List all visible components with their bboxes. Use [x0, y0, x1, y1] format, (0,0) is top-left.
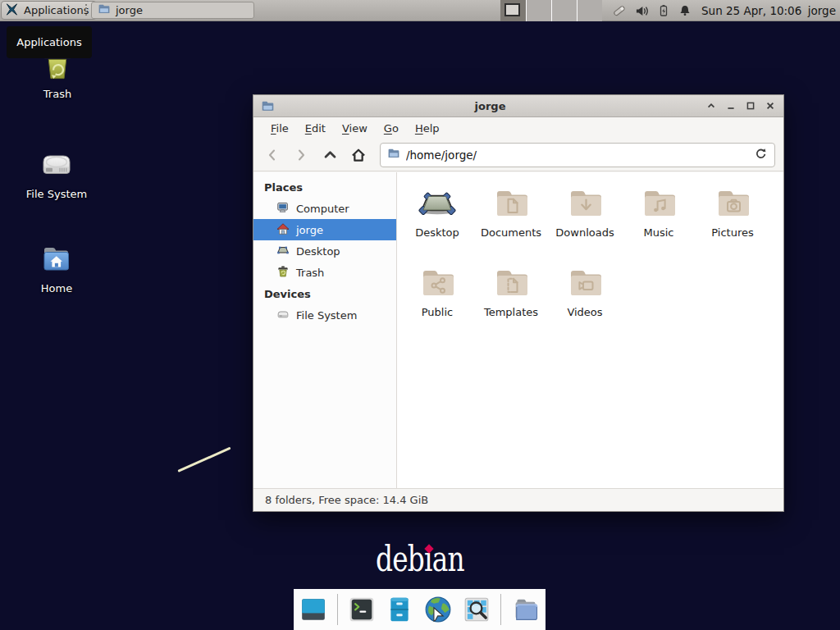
menu-file[interactable]: File	[262, 119, 297, 138]
workspace-4[interactable]	[577, 0, 602, 21]
file-label: Public	[400, 306, 474, 318]
notifications-bell-icon[interactable]	[678, 4, 692, 17]
minimize-icon[interactable]	[725, 100, 737, 112]
file-tile-desktop[interactable]: Desktop	[400, 180, 474, 259]
sidebar-header-devices: Devices	[253, 283, 396, 304]
folder-icon	[261, 99, 275, 113]
panel-separator-handle	[85, 4, 87, 17]
top-panel: Applications jorge Sun 25 Apr, 10:06 jor…	[0, 0, 840, 21]
desktop-icon-file-system[interactable]: File System	[17, 144, 96, 200]
reload-icon[interactable]	[754, 147, 768, 163]
desktop-icon-home[interactable]: Home	[17, 239, 96, 294]
sidebar-item-label: Desktop	[296, 245, 340, 258]
menu-edit[interactable]: Edit	[297, 119, 334, 138]
system-tray	[612, 0, 692, 21]
workspace-3[interactable]	[551, 0, 577, 21]
sidebar-item-trash[interactable]: Trash	[253, 262, 396, 283]
folder-icon[interactable]	[511, 595, 541, 624]
desktop-icon	[400, 183, 474, 222]
window-titlebar[interactable]: jorge	[253, 95, 783, 117]
toolbar	[253, 139, 783, 171]
user-home-icon	[276, 222, 290, 238]
menu-help[interactable]: Help	[407, 119, 448, 138]
application-finder-icon[interactable]	[463, 596, 491, 623]
up-icon[interactable]	[319, 144, 340, 166]
taskbar-window-button[interactable]: jorge	[91, 2, 254, 19]
folder-icon	[387, 147, 400, 162]
sidebar-item-label: jorge	[296, 224, 323, 236]
xfce-menu-icon	[6, 2, 20, 19]
workspace-window-preview	[504, 3, 520, 16]
desktop-icon-label: Trash	[18, 88, 97, 100]
file-tile-templates[interactable]: Templates	[474, 259, 548, 339]
path-input[interactable]	[406, 148, 748, 162]
menu-bar: File Edit View Go Help	[253, 117, 783, 139]
dock	[294, 589, 546, 630]
file-label: Downloads	[548, 226, 622, 239]
file-label: Music	[622, 226, 696, 239]
tooltip-text: Applications	[16, 36, 81, 48]
applications-tooltip: Applications	[7, 26, 92, 58]
hard-drive-icon	[276, 308, 290, 323]
show-desktop-icon[interactable]	[299, 596, 327, 623]
battery-charging-icon[interactable]	[657, 4, 670, 17]
desktop-icon-label: File System	[17, 188, 96, 200]
web-browser-icon[interactable]	[423, 595, 453, 624]
file-tile-music[interactable]: Music	[622, 180, 696, 259]
dock-separator	[337, 594, 338, 625]
dock-separator	[500, 594, 501, 625]
folder-icon	[98, 2, 111, 18]
file-label: Documents	[474, 226, 548, 239]
sidebar-item-label: Computer	[296, 203, 349, 215]
home-folder-icon	[17, 239, 96, 278]
debian-logo: debıan	[376, 542, 507, 582]
workspace-switcher	[500, 0, 602, 21]
folder-music-icon	[622, 183, 696, 222]
panel-user-label[interactable]: jorge	[808, 0, 836, 21]
file-manager-window: jorge File Edit View Go Help	[253, 94, 784, 512]
file-tile-videos[interactable]: Videos	[548, 259, 622, 339]
file-label: Templates	[474, 306, 548, 318]
sidebar-item-computer[interactable]: Computer	[253, 198, 396, 219]
stylus-icon[interactable]	[612, 3, 627, 18]
applications-menu-button[interactable]: Applications	[1, 1, 97, 20]
file-cabinet-icon[interactable]	[386, 596, 413, 623]
file-tile-pictures[interactable]: Pictures	[696, 180, 769, 259]
location-bar[interactable]	[380, 143, 775, 167]
cursor-artifact	[177, 447, 231, 472]
shade-icon[interactable]	[705, 100, 717, 112]
back-icon[interactable]	[262, 144, 283, 166]
file-tile-public[interactable]: Public	[400, 259, 474, 339]
sidebar-header-places: Places	[253, 176, 396, 198]
status-text: 8 folders, Free space: 14.4 GiB	[265, 494, 428, 506]
file-tile-documents[interactable]: Documents	[474, 180, 548, 259]
sidebar-item-file-system[interactable]: File System	[253, 304, 396, 326]
close-icon[interactable]	[765, 100, 776, 112]
home-icon[interactable]	[348, 144, 369, 166]
desktop-icon-label: Home	[17, 282, 96, 294]
maximize-icon[interactable]	[745, 100, 756, 112]
window-controls	[705, 100, 776, 112]
volume-icon[interactable]	[635, 4, 649, 18]
forward-icon[interactable]	[290, 144, 312, 166]
computer-icon	[276, 201, 290, 217]
sidebar-item-label: Trash	[296, 267, 324, 279]
hard-drive-icon	[17, 144, 96, 184]
folder-downloads-icon	[548, 183, 622, 222]
panel-clock[interactable]: Sun 25 Apr, 10:06	[701, 0, 801, 21]
window-title: jorge	[275, 100, 705, 112]
trash-icon	[276, 265, 290, 281]
folder-videos-icon	[548, 262, 622, 302]
sidebar-item-label: File System	[296, 309, 357, 322]
file-grid: Desktop Documents	[397, 172, 783, 488]
menu-go[interactable]: Go	[376, 119, 407, 138]
sidebar-item-jorge[interactable]: jorge	[253, 219, 396, 240]
window-body: Places Computer jorge Desktop	[253, 172, 783, 488]
file-label: Desktop	[400, 226, 474, 239]
workspace-1[interactable]	[500, 0, 526, 21]
sidebar-item-desktop[interactable]: Desktop	[253, 240, 396, 262]
workspace-2[interactable]	[526, 0, 551, 21]
menu-view[interactable]: View	[334, 119, 376, 138]
file-tile-downloads[interactable]: Downloads	[548, 180, 622, 259]
terminal-icon[interactable]	[348, 596, 376, 623]
